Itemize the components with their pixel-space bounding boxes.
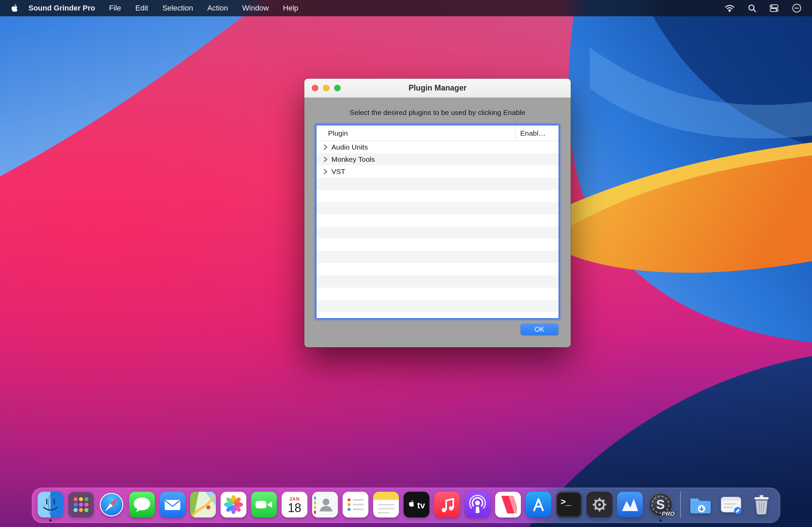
menu-bar: Sound Grinder Pro File Edit Selection Ac… [0,0,812,16]
terminal-dock-icon[interactable]: >_ [556,492,582,517]
trash-glyph [749,492,774,517]
pro-badge: PRO [662,511,675,517]
trash-dock-icon[interactable] [749,492,774,517]
terminal-glyph: >_ [556,492,582,517]
notes-glyph [373,492,399,517]
news-glyph [495,492,521,517]
plugin-manager-window: Plugin Manager Select the desired plugin… [304,79,571,347]
spotlight-search-icon[interactable] [748,3,756,14]
table-row-vst[interactable]: VST [317,166,559,178]
gears-utility-dock-icon[interactable] [586,492,612,517]
zoom-button[interactable] [334,85,340,91]
disclosure-chevron-icon[interactable] [322,144,329,151]
close-button[interactable] [312,85,318,91]
menu-file[interactable]: File [109,4,121,13]
window-body: Select the desired plugins to be used by… [304,98,571,347]
podcasts-glyph [465,492,490,517]
finder-glyph [38,492,63,517]
minimized-window-glyph [718,492,744,517]
minimize-button[interactable] [323,85,330,91]
news-dock-icon[interactable] [495,492,521,517]
maps-glyph [190,492,216,517]
apple-menu[interactable] [10,3,18,13]
disclosure-chevron-icon[interactable] [322,156,329,163]
menu-window[interactable]: Window [242,4,269,13]
traffic-lights [312,79,340,97]
facetime-glyph [251,492,277,517]
calendar-dock-icon[interactable]: JAN 18 [281,492,307,517]
notes-dock-icon[interactable] [373,492,399,517]
gears-glyph [586,492,612,517]
app-menu-title[interactable]: Sound Grinder Pro [28,4,95,13]
instruction-text: Select the desired plugins to be used by… [350,109,525,117]
row-label: Audio Units [331,143,368,151]
minimized-window-dock-icon[interactable] [718,492,744,517]
disclosure-chevron-icon[interactable] [322,168,329,175]
mail-glyph [160,492,185,517]
window-title: Plugin Manager [408,83,466,92]
blue-waveform-glyph [617,492,643,517]
safari-glyph [99,492,125,517]
sound-grinder-letter: S [656,498,665,512]
button-row: OK [317,324,559,335]
maps-dock-icon[interactable] [190,492,216,517]
running-indicator [49,519,52,522]
reminders-glyph [343,492,368,517]
table-row-audio-units[interactable]: Audio Units [317,141,559,153]
dock-separator [680,492,681,518]
finder-dock-icon[interactable] [38,492,63,517]
facetime-dock-icon[interactable] [251,492,277,517]
terminal-prompt-label: >_ [561,497,571,507]
music-glyph [434,492,460,517]
launchpad-dock-icon[interactable] [68,492,94,517]
safari-dock-icon[interactable] [99,492,125,517]
menu-selection[interactable]: Selection [162,4,193,13]
apple-tv-label: tv [417,500,425,510]
menu-help[interactable]: Help [283,4,298,13]
dock: JAN 18 [32,488,780,523]
column-header-enabled[interactable]: Enabl… [515,126,559,141]
messages-dock-icon[interactable] [129,492,155,517]
window-titlebar[interactable]: Plugin Manager [304,79,571,98]
music-dock-icon[interactable] [434,492,460,517]
apple-logo-icon [11,4,18,13]
ok-button[interactable]: OK [521,324,559,335]
control-center-icon[interactable] [769,3,779,14]
app-store-dock-icon[interactable] [526,492,551,517]
reminders-dock-icon[interactable] [343,492,368,517]
wifi-icon[interactable] [725,3,735,14]
photos-dock-icon[interactable] [221,492,246,517]
photos-glyph [221,492,246,517]
downloads-folder-dock-icon[interactable] [687,492,713,517]
column-header-plugin[interactable]: Plugin [317,126,515,141]
plugin-table-header: Plugin Enabl… [317,126,559,141]
podcasts-dock-icon[interactable] [465,492,490,517]
apple-tv-dock-icon[interactable]: tv [404,492,430,517]
app-store-glyph [526,492,551,517]
sound-grinder-pro-dock-icon[interactable]: S PRO [648,492,673,517]
mail-dock-icon[interactable] [160,492,185,517]
table-row-monkey-tools[interactable]: Monkey Tools [317,153,559,166]
downloads-glyph [687,492,713,517]
contacts-dock-icon[interactable] [312,492,338,517]
calendar-glyph: JAN 18 [281,492,307,517]
row-label: Monkey Tools [331,155,375,163]
menu-action[interactable]: Action [207,4,228,13]
blue-waveform-app-dock-icon[interactable] [617,492,643,517]
apple-tv-glyph: tv [404,492,430,517]
menu-edit[interactable]: Edit [135,4,148,13]
menu-extra-circle-icon[interactable] [792,3,802,14]
row-label: VST [331,168,345,176]
calendar-day-label: 18 [288,501,301,514]
messages-glyph [129,492,155,517]
plugin-table-body: Audio Units Monkey Tools VST [317,141,559,318]
contacts-glyph [312,492,338,517]
plugin-table: Plugin Enabl… Audio Units Monkey Tools [317,126,559,318]
running-indicator [659,519,662,522]
launchpad-glyph [68,492,94,517]
